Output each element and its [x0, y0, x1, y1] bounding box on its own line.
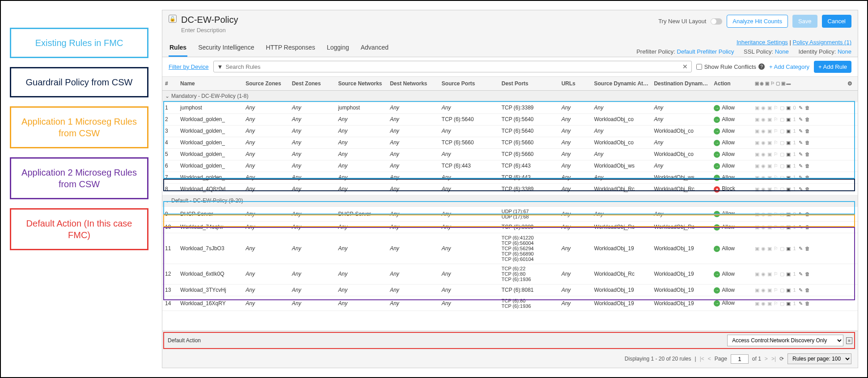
table-row[interactable]: 11Workload_7sJbO3AnyAnyAnyAnyAnyTCP (6):… [162, 233, 858, 264]
edit-icon[interactable]: ✎ [799, 186, 804, 192]
tab-list: Rules Security Intelligence HTTP Respons… [169, 39, 390, 57]
delete-icon[interactable]: 🗑 [805, 140, 810, 145]
table-row[interactable]: 8Workload_4Q8z0vlAnyAnyAnyAnyAnyTCP (6):… [162, 183, 858, 195]
add-rule-button[interactable]: + Add Rule [814, 61, 851, 73]
table-row[interactable]: 10Workload_74oqIwAnyAnyAnyAnyAnyTCP (6):… [162, 221, 858, 233]
col-src-ports: Source Ports [439, 77, 499, 91]
col-gear[interactable]: ⚙ [845, 77, 858, 91]
edit-icon[interactable]: ✎ [799, 175, 804, 180]
delete-icon[interactable]: 🗑 [805, 224, 810, 230]
show-conflicts-label: Show Rule Conflicts [704, 63, 756, 70]
edit-icon[interactable]: ✎ [799, 117, 804, 122]
delete-icon[interactable]: 🗑 [805, 271, 810, 277]
add-category-button[interactable]: + Add Category [769, 63, 809, 70]
delete-icon[interactable]: 🗑 [805, 128, 810, 134]
tab-advanced[interactable]: Advanced [360, 39, 389, 57]
table-row[interactable]: 13Workload_3TYcvHjAnyAnyAnyAnyAnyTCP (6)… [162, 284, 858, 296]
identity-link[interactable]: None [838, 48, 851, 55]
row-status-icons: ▣◉▣⚐▢▣0✎🗑 [755, 211, 842, 217]
edit-icon[interactable]: ✎ [799, 140, 804, 145]
table-row[interactable]: 4Workload_golden_AnyAnyAnyAnyTCP (6):566… [162, 137, 858, 148]
section-default[interactable]: ⌄Default - DC-EW-Policy (9-20) [162, 195, 858, 206]
tab-logging[interactable]: Logging [326, 39, 350, 57]
search-box[interactable]: ▼ ✕ [213, 61, 692, 72]
try-new-ui-toggle[interactable] [711, 18, 722, 25]
delete-icon[interactable]: 🗑 [805, 301, 810, 306]
help-icon[interactable]: ? [758, 63, 765, 70]
show-rule-conflicts[interactable]: Show Rule Conflicts ? [696, 63, 765, 70]
legend-guardrail: Guardrail Policy from CSW [10, 67, 148, 97]
row-status-icons: ▣◉▣⚐▢▣1✎🗑 [755, 186, 842, 192]
edit-icon[interactable]: ✎ [799, 211, 804, 217]
delete-icon[interactable]: 🗑 [805, 186, 810, 192]
row-status-icons: ▣◉▣⚐▢▣1✎🗑 [755, 163, 842, 168]
rules-table: # Name Source Zones Dest Zones Source Ne… [162, 77, 858, 311]
table-row[interactable]: 3Workload_golden_AnyAnyAnyAnyAnyTCP (6):… [162, 125, 858, 137]
page-prev-icon[interactable]: < [708, 356, 711, 362]
page-last-icon[interactable]: >| [771, 356, 776, 362]
edit-icon[interactable]: ✎ [799, 163, 804, 168]
prefilter-link[interactable]: Default Prefilter Policy [677, 48, 734, 55]
legend-app1: Application 1 Microseg Rules from CSW [10, 106, 148, 148]
default-action-row: Default Action Access Control:Network Di… [162, 331, 858, 350]
row-status-icons: ▣◉▣⚐▢▣1✎🗑 [755, 151, 842, 157]
table-row[interactable]: 2Workload_golden_AnyAnyAnyAnyTCP (6):564… [162, 113, 858, 125]
show-conflicts-checkbox[interactable] [696, 64, 702, 70]
delete-icon[interactable]: 🗑 [805, 117, 810, 122]
section-mandatory[interactable]: ⌄Mandatory - DC-EW-Policy (1-8) [162, 90, 858, 102]
delete-icon[interactable]: 🗑 [805, 175, 810, 180]
policy-description[interactable]: Enter Description [181, 27, 238, 34]
refresh-icon[interactable]: ⟳ [779, 356, 784, 362]
delete-icon[interactable]: 🗑 [805, 163, 810, 168]
row-status-icons: ▣◉▣⚐▢▣1✎🗑 [755, 117, 842, 122]
table-row[interactable]: 12Workload_6xtIk0QAnyAnyAnyAnyAnyTCP (6)… [162, 264, 858, 284]
search-rules-input[interactable] [225, 63, 682, 70]
save-button[interactable]: Save [792, 15, 817, 28]
page-next-icon[interactable]: > [765, 356, 768, 362]
col-dst-dyn: Destination Dynamic Attributes [651, 77, 711, 91]
row-status-icons: ▣◉▣⚐▢▣1✎🗑 [755, 287, 842, 293]
edit-icon[interactable]: ✎ [799, 151, 804, 157]
col-action: Action [711, 77, 752, 91]
inheritance-settings-link[interactable]: Inheritance Settings [737, 39, 788, 46]
delete-icon[interactable]: 🗑 [805, 151, 810, 157]
table-row[interactable]: 7Workload_golden_AnyAnyAnyAnyAnyTCP (6):… [162, 172, 858, 183]
displaying-text: Displaying 1 - 20 of 20 rules [625, 356, 691, 362]
tab-http-responses[interactable]: HTTP Responses [265, 39, 316, 57]
table-row[interactable]: 14Workload_16XqRYAnyAnyAnyAnyAnyTCP (6):… [162, 296, 858, 311]
page-label: Page [715, 356, 727, 362]
ssl-link[interactable]: None [775, 48, 789, 55]
edit-icon[interactable]: ✎ [799, 287, 804, 293]
page-input[interactable] [731, 354, 749, 364]
edit-icon[interactable]: ✎ [799, 301, 804, 306]
analyze-hit-counts-button[interactable]: Analyze Hit Counts [727, 15, 788, 28]
edit-icon[interactable]: ✎ [799, 246, 804, 251]
edit-icon[interactable]: ✎ [799, 128, 804, 134]
policy-assignments-link[interactable]: Policy Assignments (1) [793, 39, 852, 46]
col-dst-net: Dest Networks [387, 77, 439, 91]
table-row[interactable]: 6Workload_golden_AnyAnyAnyAnyTCP (6):443… [162, 160, 858, 172]
tab-rules[interactable]: Rules [169, 39, 187, 57]
row-status-icons: ▣◉▣⚐▢▣1✎🗑 [755, 271, 842, 277]
delete-icon[interactable]: 🗑 [805, 287, 810, 293]
log-icon[interactable]: ≡ [846, 337, 852, 344]
filter-by-device-link[interactable]: Filter by Device [169, 63, 209, 70]
try-new-ui-label: Try New UI Layout [658, 18, 706, 25]
page-first-icon[interactable]: |< [700, 356, 704, 362]
rules-per-page-select[interactable]: Rules per page: 100 [788, 353, 851, 364]
edit-icon[interactable]: ✎ [799, 224, 804, 230]
default-action-select[interactable]: Access Control:Network Discovery Only [727, 335, 843, 346]
delete-icon[interactable]: 🗑 [805, 211, 810, 217]
tab-security-intelligence[interactable]: Security Intelligence [197, 39, 255, 57]
edit-icon[interactable]: ✎ [799, 105, 804, 110]
table-row[interactable]: 5Workload_golden_AnyAnyAnyAnyAnyTCP (6):… [162, 148, 858, 160]
delete-icon[interactable]: 🗑 [805, 105, 810, 110]
clear-search-icon[interactable]: ✕ [682, 63, 688, 70]
cancel-button[interactable]: Cancel [822, 15, 851, 28]
delete-icon[interactable]: 🗑 [805, 246, 810, 251]
table-row[interactable]: 1jumphostAnyAnyjumphostAnyAnyTCP (6):338… [162, 102, 858, 113]
edit-icon[interactable]: ✎ [799, 271, 804, 277]
col-name: Name [178, 77, 243, 91]
gear-icon[interactable]: ⚙ [847, 80, 852, 87]
table-row[interactable]: 9DHCP-ServerAnyAnyDHCP-ServerAnyAnyUDP (… [162, 206, 858, 221]
